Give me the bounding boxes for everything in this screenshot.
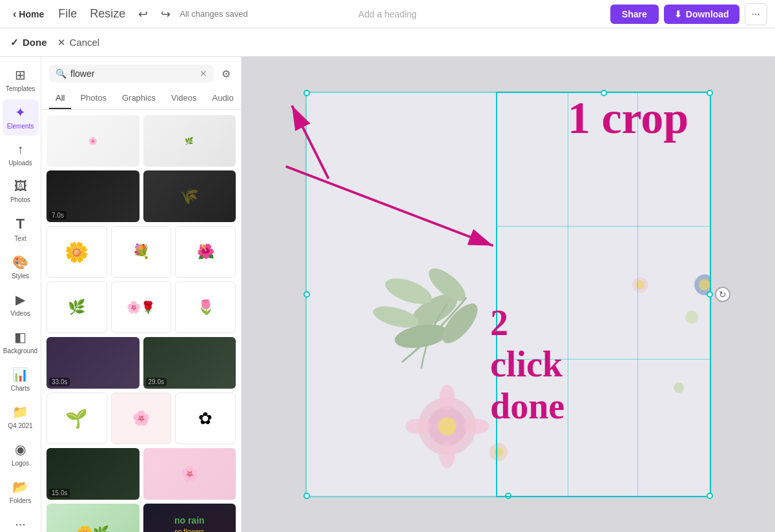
download-icon: ⬇ [674, 9, 682, 19]
topbar-center: Add a heading [263, 9, 513, 19]
share-button[interactable]: Share [610, 5, 659, 24]
panel-search-area: 🔍 ✕ ⚙ [41, 57, 241, 88]
file-button[interactable]: File [54, 5, 81, 23]
saved-status: All changes saved [180, 9, 248, 19]
panel-row-5: 33.0s 29.0s [46, 337, 236, 389]
folders-icon: 📂 [12, 479, 28, 495]
thumbnail-7[interactable]: 🌺 [175, 226, 236, 278]
charts-icon: 📊 [12, 367, 28, 382]
canvas-page[interactable]: ↻ [305, 91, 712, 498]
back-icon: ‹ [13, 8, 16, 20]
sidebar-item-label: Background [3, 347, 37, 355]
file-label: File [58, 7, 77, 20]
styles-icon: 🎨 [12, 254, 28, 270]
thumbnail-10[interactable]: 🌷 [175, 281, 236, 333]
sidebar-item-logos[interactable]: ◉ Logos [3, 436, 39, 473]
filter-button[interactable]: ⚙ [219, 65, 233, 83]
tab-audio[interactable]: Audio [205, 88, 240, 109]
heading-placeholder[interactable]: Add a heading [358, 9, 417, 19]
thumbnail-12[interactable]: 29.0s [143, 337, 236, 389]
thumbnail-2[interactable]: 🌿 [143, 115, 236, 167]
actionbar: ✓ Done ✕ Cancel [0, 28, 775, 57]
crop-handle-bottomleft[interactable] [304, 493, 310, 499]
thumbnail-17[interactable]: 🌸 [143, 448, 236, 500]
thumbnail-15[interactable]: ✿ [175, 393, 236, 444]
canvas-area: ↻ 1 crop 2clickdone [242, 57, 775, 532]
main-content: ⊞ Templates ✦ Elements ↑ Uploads 🖼 Photo… [0, 57, 775, 532]
sidebar-item-label: Uploads [8, 159, 32, 167]
sidebar-item-folders[interactable]: 📂 Folders [3, 474, 39, 510]
tab-all[interactable]: All [49, 88, 71, 109]
topbar: ‹ Home File Resize ↩ ↪ All changes saved… [0, 0, 775, 28]
crop-handle-middleleft[interactable] [304, 291, 310, 298]
sidebar-item-background[interactable]: ◧ Background [3, 324, 39, 360]
rotate-handle[interactable]: ↻ [715, 287, 730, 302]
crop-handle-middleright[interactable] [707, 291, 713, 298]
sidebar-item-more[interactable]: ··· More [3, 511, 39, 532]
sidebar-item-elements[interactable]: ✦ Elements [3, 99, 39, 136]
x-icon: ✕ [57, 37, 66, 48]
sidebar-item-label: Styles [12, 272, 29, 280]
sidebar-item-charts[interactable]: 📊 Charts [3, 362, 39, 398]
thumbnail-9[interactable]: 🌸🌹 [111, 281, 172, 333]
thumbnail-16[interactable]: 15.0s [46, 448, 140, 500]
panel-row-4: 🌿 🌸🌹 🌷 [46, 281, 236, 333]
sidebar-item-templates[interactable]: ⊞ Templates [3, 62, 39, 98]
search-panel: 🔍 ✕ ⚙ All Photos Graphics Videos Audio 🌸… [41, 57, 242, 532]
q42021-icon: 📁 [12, 404, 28, 420]
home-button[interactable]: ‹ Home [8, 6, 49, 23]
sidebar-item-uploads[interactable]: ↑ Uploads [3, 137, 39, 172]
thumbnail-6[interactable]: 💐 [111, 226, 172, 278]
logos-icon: ◉ [15, 442, 26, 457]
download-button[interactable]: ⬇ Download [664, 5, 739, 24]
thumbnail-1[interactable]: 🌸 [46, 115, 140, 167]
thumbnail-19[interactable]: no rain no flowers ⚡ [143, 504, 236, 532]
checkmark-icon: ✓ [10, 37, 19, 48]
sidebar-item-styles[interactable]: 🎨 Styles [3, 249, 39, 285]
thumbnail-3[interactable]: 7.0s [46, 170, 140, 222]
search-icon: 🔍 [56, 68, 67, 79]
sidebar-item-videos[interactable]: ▶ Videos [3, 287, 39, 323]
sidebar-item-label: Logos [12, 460, 29, 467]
panel-row-6: 🌱 🌸 ✿ [46, 393, 236, 444]
thumbnail-13[interactable]: 🌱 [46, 393, 107, 444]
thumbnail-18[interactable]: 🌼🌿 [46, 504, 140, 532]
crop-handle-topmiddle[interactable] [601, 90, 607, 96]
tab-videos[interactable]: Videos [165, 88, 203, 109]
sidebar-item-text[interactable]: T Text [3, 210, 39, 248]
tab-photos[interactable]: Photos [74, 88, 112, 109]
crop-overlay [305, 92, 711, 497]
crop-selection-box [496, 92, 711, 497]
done-button[interactable]: ✓ Done [10, 37, 47, 48]
thumbnail-8[interactable]: 🌿 [46, 281, 107, 333]
search-input[interactable] [70, 68, 196, 79]
home-label: Home [19, 9, 44, 19]
background-icon: ◧ [14, 329, 26, 345]
more-options-button[interactable]: ··· [745, 3, 767, 25]
templates-icon: ⊞ [15, 67, 26, 83]
redo-button[interactable]: ↪ [157, 5, 174, 24]
cancel-button[interactable]: ✕ Cancel [57, 37, 100, 48]
uploads-icon: ↑ [17, 142, 24, 157]
clear-search-button[interactable]: ✕ [200, 68, 207, 79]
thumbnail-11[interactable]: 33.0s [46, 337, 140, 389]
sidebar-item-photos[interactable]: 🖼 Photos [3, 174, 39, 209]
crop-handle-topright[interactable] [707, 90, 713, 96]
thumbnail-4[interactable]: 🌾 [143, 170, 236, 222]
sidebar-item-label: Charts [11, 385, 30, 393]
undo-button[interactable]: ↩ [134, 5, 152, 24]
sidebar-item-label: Templates [6, 85, 36, 93]
more-icon: ··· [15, 517, 26, 531]
topbar-left: ‹ Home File Resize ↩ ↪ All changes saved [8, 5, 258, 24]
thumbnail-5[interactable]: 🌼 [46, 226, 107, 278]
crop-handle-topleft[interactable] [304, 90, 310, 96]
sidebar-item-q42021[interactable]: 📁 Q4 2021 [3, 399, 39, 435]
crop-handle-bottomright[interactable] [707, 493, 713, 499]
elements-icon: ✦ [15, 105, 26, 120]
panel-row-7: 15.0s 🌸 [46, 448, 236, 500]
resize-button[interactable]: Resize [86, 5, 129, 23]
more-icon: ··· [752, 8, 760, 19]
thumbnail-14[interactable]: 🌸 [111, 393, 172, 444]
sidebar-item-label: Elements [7, 123, 34, 130]
tab-graphics[interactable]: Graphics [116, 88, 162, 109]
